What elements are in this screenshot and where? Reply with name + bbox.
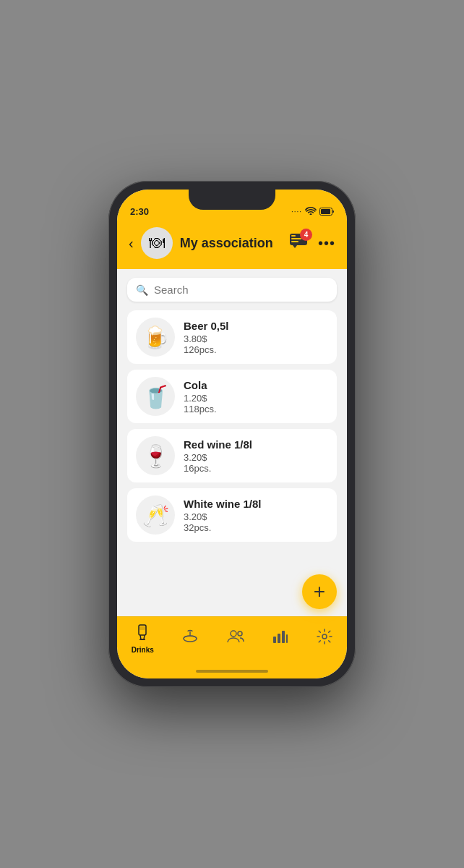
svg-rect-1	[321, 209, 330, 214]
notch	[189, 190, 275, 210]
svg-rect-7	[139, 626, 145, 630]
list-item[interactable]: 🍺 Beer 0,5l 3.80$ 126pcs.	[127, 310, 337, 364]
search-icon: 🔍	[136, 284, 148, 296]
item-qty: 16pcs.	[184, 463, 328, 474]
nav-item-members[interactable]	[221, 630, 250, 649]
item-info-beer: Beer 0,5l 3.80$ 126pcs.	[184, 320, 328, 355]
members-icon	[227, 630, 244, 647]
item-info-redwine: Red wine 1/8l 3.20$ 16pcs.	[184, 438, 328, 474]
nav-item-settings[interactable]	[311, 629, 338, 650]
drinks-icon	[135, 624, 150, 644]
list-item[interactable]: 🍷 Red wine 1/8l 3.20$ 16pcs.	[127, 429, 337, 482]
item-price: 3.20$	[184, 511, 328, 522]
svg-point-11	[238, 631, 242, 636]
item-qty: 126pcs.	[184, 344, 328, 355]
item-info-whitewine: White wine 1/8l 3.20$ 32pcs.	[184, 498, 328, 533]
svg-rect-5	[291, 241, 298, 242]
status-icons: ····	[291, 206, 334, 217]
nav-label-drinks: Drinks	[132, 646, 154, 654]
list-item[interactable]: 🥂 White wine 1/8l 3.20$ 32pcs.	[127, 488, 337, 542]
header: ‹ 🍽 My association 4	[117, 221, 347, 269]
svg-rect-3	[291, 235, 296, 237]
nav-item-food[interactable]	[176, 629, 204, 650]
avatar: 🍽	[141, 227, 173, 259]
settings-icon	[317, 629, 332, 648]
chat-button[interactable]: 4	[289, 233, 308, 253]
list-item[interactable]: 🥤 Cola 1.20$ 118pcs.	[127, 370, 337, 423]
wifi-icon	[305, 206, 317, 217]
food-icon	[182, 629, 198, 648]
item-price: 1.20$	[184, 393, 328, 404]
phone-screen: 2:30 ····	[117, 190, 347, 678]
items-list: 🍺 Beer 0,5l 3.80$ 126pcs. 🥤 Cola 1.20$ 1…	[117, 310, 347, 616]
item-price: 3.80$	[184, 333, 328, 344]
signal-dots-icon: ····	[291, 208, 302, 216]
svg-point-10	[231, 631, 236, 637]
item-image-cola: 🥤	[136, 377, 175, 416]
item-name: Cola	[184, 379, 328, 391]
item-name: White wine 1/8l	[184, 498, 328, 510]
item-image-redwine: 🍷	[136, 436, 175, 475]
svg-rect-4	[291, 238, 301, 239]
battery-icon	[319, 208, 334, 216]
home-bar	[196, 670, 268, 673]
home-indicator	[117, 664, 347, 678]
item-qty: 118pcs.	[184, 404, 328, 414]
status-time: 2:30	[130, 206, 149, 217]
svg-point-16	[322, 634, 327, 639]
search-container: 🔍	[117, 269, 347, 310]
svg-rect-15	[286, 634, 288, 643]
svg-rect-14	[282, 631, 285, 643]
nav-item-stats[interactable]	[267, 629, 294, 650]
svg-rect-13	[278, 634, 280, 643]
item-name: Red wine 1/8l	[184, 438, 328, 451]
avatar-image: 🍽	[149, 234, 165, 252]
nav-item-drinks[interactable]: Drinks	[126, 624, 160, 654]
phone-frame: 2:30 ····	[108, 181, 356, 687]
search-box[interactable]: 🔍	[127, 278, 337, 302]
notification-badge: 4	[300, 229, 312, 241]
header-actions: 4 •••	[289, 233, 335, 253]
back-button[interactable]: ‹	[129, 235, 134, 252]
bottom-nav: Drinks	[117, 616, 347, 664]
item-image-beer: 🍺	[136, 318, 175, 357]
more-button[interactable]: •••	[318, 235, 335, 252]
search-input[interactable]	[154, 284, 328, 296]
item-price: 3.20$	[184, 452, 328, 463]
item-qty: 32pcs.	[184, 522, 328, 533]
item-name: Beer 0,5l	[184, 320, 328, 332]
page-title: My association	[180, 236, 282, 251]
svg-rect-12	[273, 637, 276, 643]
item-info-cola: Cola 1.20$ 118pcs.	[184, 379, 328, 414]
stats-icon	[272, 629, 288, 647]
item-image-whitewine: 🥂	[136, 495, 175, 535]
add-button[interactable]: +	[302, 574, 337, 609]
